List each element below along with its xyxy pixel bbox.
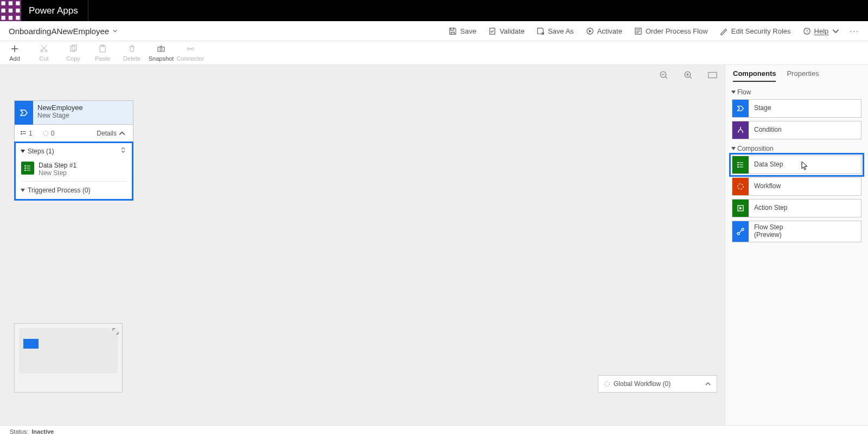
paste-button[interactable]: Paste bbox=[88, 43, 117, 62]
svg-point-21 bbox=[160, 48, 162, 50]
component-condition[interactable]: Condition bbox=[732, 121, 861, 139]
app-launcher-button[interactable] bbox=[0, 0, 21, 21]
delete-label: Delete bbox=[117, 55, 146, 62]
section-flow-header[interactable]: Flow bbox=[732, 88, 861, 96]
svg-rect-5 bbox=[16, 9, 20, 12]
camera-icon bbox=[157, 44, 165, 53]
cut-button[interactable]: Cut bbox=[29, 43, 59, 62]
flow-name-dropdown[interactable]: OnboardingANewEmployee bbox=[9, 27, 118, 36]
data-step-item[interactable]: Data Step #1 New Step bbox=[21, 162, 126, 182]
stage-header[interactable]: NewEmployee New Stage bbox=[15, 101, 133, 125]
data-step-subtitle: New Step bbox=[39, 169, 76, 177]
steps-section-header[interactable]: Steps (1) bbox=[16, 143, 132, 159]
header-bar: OnboardingANewEmployee Save Validate Sav… bbox=[0, 21, 868, 41]
action-step-icon bbox=[737, 204, 744, 212]
svg-rect-43 bbox=[737, 166, 739, 168]
data-step-icon-box bbox=[732, 156, 749, 173]
svg-point-23 bbox=[192, 48, 194, 50]
stage-icon-box bbox=[732, 100, 749, 117]
component-workflow[interactable]: Workflow bbox=[732, 177, 861, 196]
save-as-icon bbox=[537, 27, 545, 35]
svg-rect-9 bbox=[490, 28, 495, 34]
reorder-arrows[interactable] bbox=[120, 147, 126, 156]
svg-point-14 bbox=[41, 50, 43, 52]
svg-point-48 bbox=[742, 228, 744, 230]
component-stage[interactable]: Stage bbox=[732, 99, 861, 118]
data-step-title: Data Step #1 bbox=[39, 162, 76, 169]
svg-rect-1 bbox=[9, 1, 12, 5]
validate-button[interactable]: Validate bbox=[488, 27, 525, 35]
minimap[interactable] bbox=[14, 323, 123, 393]
svg-rect-42 bbox=[739, 165, 743, 165]
condition-icon-box bbox=[732, 121, 749, 139]
svg-rect-27 bbox=[21, 131, 22, 132]
details-toggle[interactable]: Details bbox=[97, 130, 127, 137]
svg-point-38 bbox=[605, 382, 610, 387]
component-action-step[interactable]: Action Step bbox=[732, 199, 861, 217]
details-label: Details bbox=[97, 130, 117, 137]
steps-label: Steps (1) bbox=[28, 147, 54, 155]
fit-to-screen-icon[interactable] bbox=[708, 70, 717, 80]
expand-triangle-icon bbox=[21, 189, 25, 192]
copy-icon bbox=[69, 44, 78, 53]
svg-rect-39 bbox=[737, 162, 739, 163]
steps-count-icon bbox=[20, 130, 27, 137]
snapshot-button[interactable]: Snapshot bbox=[146, 43, 176, 62]
order-process-flow-button[interactable]: Order Process Flow bbox=[634, 27, 708, 35]
workflow-icon bbox=[737, 183, 744, 190]
zoom-out-icon[interactable] bbox=[659, 70, 668, 80]
component-data-step-label: Data Step bbox=[749, 161, 783, 169]
svg-point-22 bbox=[187, 48, 189, 50]
svg-rect-20 bbox=[158, 47, 164, 52]
workflow-count: 0 bbox=[51, 130, 55, 137]
svg-rect-2 bbox=[16, 1, 20, 5]
arrow-up-icon bbox=[120, 147, 126, 154]
design-canvas[interactable]: NewEmployee New Stage 1 0 Details bbox=[0, 65, 725, 425]
minimap-expand-icon[interactable] bbox=[112, 327, 119, 337]
workflow-small-icon bbox=[604, 381, 610, 387]
plus-icon bbox=[10, 44, 19, 53]
triggered-process-row[interactable]: Triggered Process (0) bbox=[16, 182, 132, 199]
data-step-icon-box bbox=[21, 162, 34, 175]
svg-rect-44 bbox=[739, 167, 743, 168]
global-workflow-bar[interactable]: Global Workflow (0) bbox=[598, 375, 717, 393]
svg-rect-6 bbox=[1, 16, 5, 20]
help-button[interactable]: ? Help bbox=[803, 27, 840, 35]
expand-triangle-icon bbox=[731, 147, 736, 150]
paste-label: Paste bbox=[88, 55, 117, 62]
status-value: Inactive bbox=[31, 428, 54, 435]
delete-button[interactable]: Delete bbox=[117, 43, 146, 62]
section-composition-header[interactable]: Composition bbox=[732, 145, 861, 152]
save-label: Save bbox=[460, 27, 476, 35]
steps-count: 1 bbox=[29, 130, 33, 137]
component-data-step[interactable]: Data Step bbox=[732, 156, 861, 174]
add-button[interactable]: Add bbox=[0, 43, 29, 62]
svg-rect-3 bbox=[1, 9, 5, 12]
triggered-label: Triggered Process (0) bbox=[28, 187, 91, 194]
waffle-icon bbox=[0, 0, 21, 21]
trash-icon bbox=[127, 44, 136, 53]
svg-rect-0 bbox=[1, 1, 5, 5]
more-actions-button[interactable]: ··· bbox=[850, 27, 859, 35]
tab-properties[interactable]: Properties bbox=[787, 69, 819, 82]
title-bar: Power Apps bbox=[0, 0, 868, 21]
expand-triangle-icon bbox=[21, 150, 25, 153]
section-flow-label: Flow bbox=[737, 88, 751, 96]
save-as-button[interactable]: Save As bbox=[537, 27, 574, 35]
save-button[interactable]: Save bbox=[449, 27, 476, 35]
component-workflow-label: Workflow bbox=[749, 183, 781, 190]
tab-components[interactable]: Components bbox=[733, 69, 776, 82]
zoom-in-icon[interactable] bbox=[684, 70, 693, 80]
flow-step-icon-box bbox=[732, 221, 749, 242]
svg-rect-36 bbox=[24, 170, 26, 171]
svg-point-15 bbox=[45, 50, 47, 52]
selected-step-wrapper: Steps (1) Data Step #1 New Step bbox=[14, 142, 133, 201]
svg-rect-28 bbox=[23, 131, 26, 132]
copy-button[interactable]: Copy bbox=[59, 43, 88, 62]
data-step-icon bbox=[737, 161, 744, 169]
component-flow-step[interactable]: Flow Step (Preview) bbox=[732, 221, 861, 242]
connector-button[interactable]: Connector bbox=[176, 43, 205, 62]
stage-card[interactable]: NewEmployee New Stage 1 0 Details bbox=[14, 100, 133, 201]
edit-security-roles-button[interactable]: Edit Security Roles bbox=[720, 27, 791, 35]
activate-button[interactable]: Activate bbox=[586, 27, 622, 35]
